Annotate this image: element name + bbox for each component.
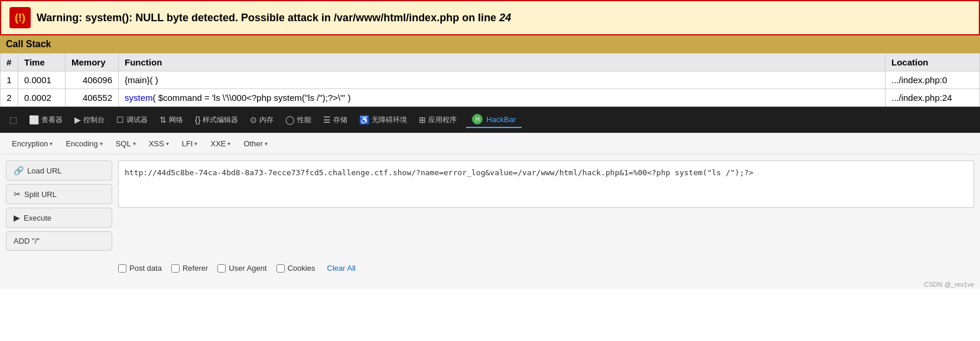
chevron-down-icon: ▾ [50,140,53,147]
devtools-performance[interactable]: ◯ 性能 [281,113,316,127]
devtools-storage[interactable]: ☰ 存储 [318,113,352,127]
load-url-icon: 🔗 [14,166,24,175]
post-data-checkbox-label[interactable]: Post data [118,264,162,273]
chevron-down-icon: ▾ [133,140,136,147]
execute-button[interactable]: ▶ Execute [6,208,112,228]
referer-checkbox-label[interactable]: Referer [171,264,208,273]
performance-icon: ◯ [285,115,295,124]
split-url-icon: ✂ [14,189,21,199]
chevron-down-icon: ▾ [100,140,103,147]
callstack-header: Call Stack [0,35,980,53]
table-row: 1 0.0001 406096 {main}( ) .../index.php:… [1,71,980,89]
watermark: CSDN @_rev1ve [0,280,980,289]
menu-encryption[interactable]: Encryption ▾ [6,137,58,150]
row1-location: .../index.php:0 [885,71,980,89]
post-data-checkbox[interactable] [118,264,126,273]
hackbar-input-area: http://44d5c8be-74ca-4bd8-8a73-7ecce737f… [118,160,974,251]
cookies-checkbox-label[interactable]: Cookies [276,264,315,273]
row1-function: {main}( ) [119,71,885,89]
warning-banner: (!) Warning: system(): NULL byte detecte… [0,0,980,35]
menu-other[interactable]: Other ▾ [237,137,274,150]
devtools-network[interactable]: ⇅ 网络 [155,113,188,127]
table-row: 2 0.0002 406552 system( $command = 'ls \… [1,89,980,107]
user-agent-checkbox-label[interactable]: User Agent [217,264,266,273]
cookies-checkbox[interactable] [276,264,285,273]
hackbar-logo: H [472,114,483,124]
hackbar-buttons: 🔗 Load URL ✂ Split URL ▶ Execute ADD "/" [6,160,112,251]
col-function: Function [119,54,885,71]
user-agent-checkbox[interactable] [217,264,226,273]
row2-location: .../index.php:24 [885,89,980,107]
chevron-down-icon: ▾ [227,140,230,147]
devtools-style-editor[interactable]: {} 样式编辑器 [190,113,243,127]
storage-icon: ☰ [323,115,331,124]
chevron-down-icon: ▾ [265,140,268,147]
chevron-down-icon: ▾ [194,140,197,147]
devtools-accessibility[interactable]: ♿ 无障碍环境 [354,113,412,127]
referer-checkbox[interactable] [171,264,180,273]
hackbar-menu: Encryption ▾ Encoding ▾ SQL ▾ XSS ▾ LFI … [0,133,980,155]
col-memory: Memory [66,54,119,71]
menu-encoding[interactable]: Encoding ▾ [60,137,108,150]
col-num: # [1,54,18,71]
clear-all-button[interactable]: Clear All [325,263,358,274]
devtools-console[interactable]: ▶ 控制台 [70,113,109,127]
inspector-icon: ⬜ [29,115,39,124]
execute-icon: ▶ [14,213,20,222]
devtools-cursor[interactable]: ⬚ [5,113,22,127]
devtools-application[interactable]: ⊞ 应用程序 [414,113,461,127]
menu-sql[interactable]: SQL ▾ [110,137,142,150]
memory-icon: ⊙ [250,115,257,124]
devtools-inspector[interactable]: ⬜ 查看器 [24,113,67,127]
chevron-down-icon: ▾ [166,140,169,147]
cursor-icon: ⬚ [9,115,17,124]
row2-function: system( $command = 'ls \'\\000<?php syst… [119,89,885,107]
row2-memory: 406552 [66,89,119,107]
devtools-hackbar-tab[interactable]: H HackBar [466,112,522,128]
load-url-button[interactable]: 🔗 Load URL [6,160,112,181]
warning-icon: (!) [9,7,31,28]
row1-num: 1 [1,71,18,89]
menu-xss[interactable]: XSS ▾ [143,137,175,150]
row1-time: 0.0001 [18,71,66,89]
hackbar-panel: Encryption ▾ Encoding ▾ SQL ▾ XSS ▾ LFI … [0,133,980,289]
accessibility-icon: ♿ [359,115,369,124]
application-icon: ⊞ [419,115,426,124]
split-url-button[interactable]: ✂ Split URL [6,184,112,204]
system-link[interactable]: system [125,93,153,103]
devtools-memory[interactable]: ⊙ 内存 [245,113,278,127]
console-icon: ▶ [74,115,81,124]
menu-xxe[interactable]: XXE ▾ [204,137,236,150]
network-icon: ⇅ [159,115,167,124]
debugger-icon: ☐ [116,115,124,124]
menu-lfi[interactable]: LFI ▾ [176,137,204,150]
row1-memory: 406096 [66,71,119,89]
hackbar-main: 🔗 Load URL ✂ Split URL ▶ Execute ADD "/"… [0,155,980,257]
devtools-debugger[interactable]: ☐ 调试器 [112,113,152,127]
url-input[interactable]: http://44d5c8be-74ca-4bd8-8a73-7ecce737f… [118,160,974,208]
col-location: Location [885,54,980,71]
add-slash-button[interactable]: ADD "/" [6,231,112,251]
warning-text: Warning: system(): NULL byte detected. P… [37,12,511,24]
style-icon: {} [195,115,200,124]
hackbar-bottom: Post data Referer User Agent Cookies Cle… [0,257,980,280]
row2-num: 2 [1,89,18,107]
error-table: # Time Memory Function Location 1 0.0001… [0,53,980,107]
devtools-bar: ⬚ ⬜ 查看器 ▶ 控制台 ☐ 调试器 ⇅ 网络 {} 样式编辑器 ⊙ 内存 ◯… [0,107,980,133]
col-time: Time [18,54,66,71]
row2-time: 0.0002 [18,89,66,107]
